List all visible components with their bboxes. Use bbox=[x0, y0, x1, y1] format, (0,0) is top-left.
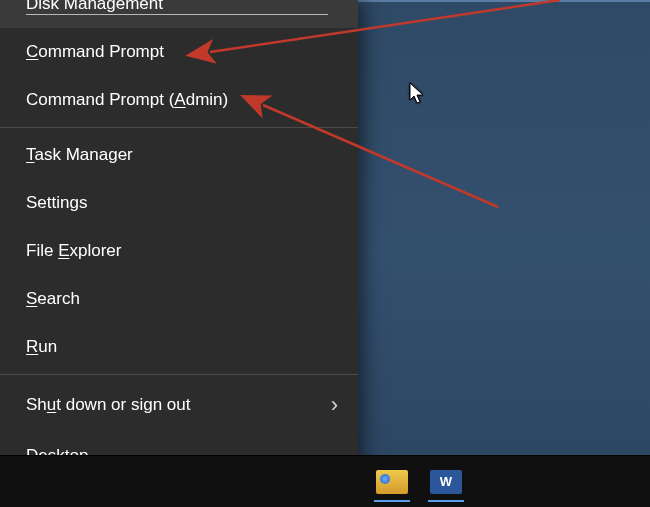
menu-item-label: Run bbox=[26, 337, 57, 357]
menu-item-label: Task Manager bbox=[26, 145, 133, 165]
menu-item-label: Command Prompt (Admin) bbox=[26, 90, 228, 110]
menu-separator bbox=[0, 127, 358, 128]
taskbar: W bbox=[0, 455, 650, 507]
menu-item-label: Shut down or sign out bbox=[26, 395, 190, 415]
menu-separator bbox=[0, 374, 358, 375]
taskbar-active-underline bbox=[374, 500, 410, 502]
mouse-cursor-icon bbox=[409, 82, 425, 106]
menu-item-command-prompt-admin[interactable]: Command Prompt (Admin) bbox=[0, 76, 358, 124]
menu-item-label: Disk Management bbox=[26, 0, 163, 14]
menu-item-label: File Explorer bbox=[26, 241, 121, 261]
strikethrough-line bbox=[26, 14, 328, 15]
word-icon-label: W bbox=[440, 474, 452, 489]
menu-item-command-prompt[interactable]: Command Prompt bbox=[0, 28, 358, 76]
menu-item-label: Settings bbox=[26, 193, 87, 213]
menu-item-shut-down-or-sign-out[interactable]: Shut down or sign out› bbox=[0, 378, 358, 432]
menu-item-label: Command Prompt bbox=[26, 42, 164, 62]
taskbar-active-underline bbox=[428, 500, 464, 502]
desktop-top-edge bbox=[358, 0, 650, 2]
menu-item-disk-management[interactable]: Disk Management bbox=[0, 0, 358, 28]
menu-item-file-explorer[interactable]: File Explorer bbox=[0, 227, 358, 275]
menu-item-label: Search bbox=[26, 289, 80, 309]
chevron-right-icon: › bbox=[331, 392, 338, 418]
taskbar-app-1[interactable] bbox=[370, 460, 414, 504]
menu-item-search[interactable]: Search bbox=[0, 275, 358, 323]
taskbar-app-word[interactable]: W bbox=[424, 460, 468, 504]
menu-item-settings[interactable]: Settings bbox=[0, 179, 358, 227]
power-user-menu: Disk ManagementCommand PromptCommand Pro… bbox=[0, 0, 358, 497]
menu-item-task-manager[interactable]: Task Manager bbox=[0, 131, 358, 179]
menu-item-run[interactable]: Run bbox=[0, 323, 358, 371]
